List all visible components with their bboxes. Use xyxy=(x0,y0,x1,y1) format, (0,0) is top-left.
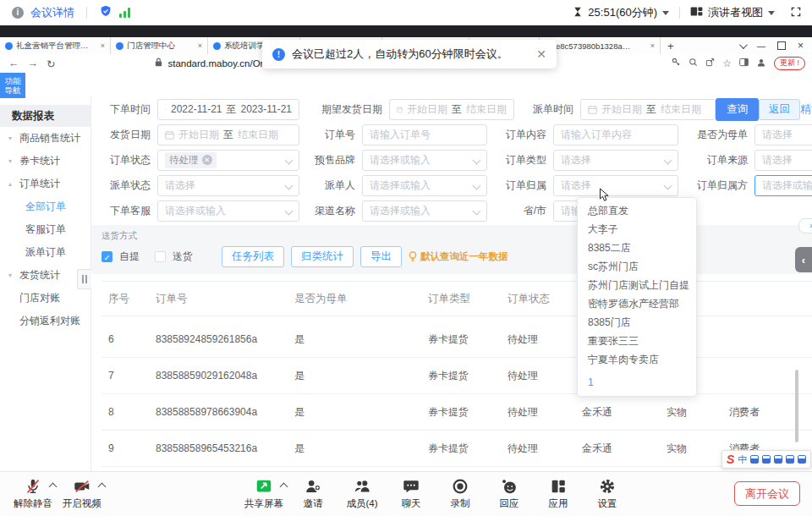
order-cs-select[interactable]: 请选择或输入 xyxy=(157,200,299,222)
sidebar-item-order-stats[interactable]: ▴订单统计 xyxy=(0,173,91,195)
remove-tag-icon[interactable]: ✕ xyxy=(202,155,212,165)
pickup-checkbox[interactable] xyxy=(102,251,112,262)
dispatcher-select[interactable]: 请选择或输入 xyxy=(362,175,487,196)
fullscreen-icon[interactable] xyxy=(790,6,802,20)
dispatch-time-range-picker[interactable]: 开始日期 至 结束日期 xyxy=(580,99,716,120)
lock-icon[interactable] xyxy=(155,58,162,69)
search-button[interactable]: 查询 xyxy=(716,98,759,121)
record-button[interactable]: 录制 xyxy=(436,475,485,513)
table-row[interactable]: 6 83858924859261856a 是 券卡提货 待处理 金禾通自提 手机… xyxy=(102,321,812,358)
ime-pen-icon[interactable] xyxy=(750,455,759,464)
reload-icon[interactable]: ↻ xyxy=(47,58,55,70)
dropdown-option[interactable]: 8385二店 xyxy=(578,239,696,257)
col-order-no[interactable]: 订单号 xyxy=(149,282,288,316)
order-status-select[interactable]: 待处理✕ xyxy=(157,150,299,171)
apps-button[interactable]: 应用 xyxy=(534,475,583,513)
meeting-details-link[interactable]: 会议详情 xyxy=(30,5,74,20)
simple-filter-link[interactable]: 精简筛选 xyxy=(800,102,812,117)
chevron-down-icon[interactable] xyxy=(662,11,669,15)
ship-date-range-picker[interactable]: 开始日期 至 结束日期 xyxy=(157,124,299,145)
tab-close-icon[interactable]: × xyxy=(101,41,105,50)
bookmark-star-icon[interactable]: ☆ xyxy=(722,58,732,69)
expand-filter-button[interactable]: » xyxy=(798,218,812,233)
expect-ship-date-picker[interactable]: 开始日期 至 结束日期 xyxy=(389,99,514,120)
sidebar-item-rebate-reconcile[interactable]: 分销返利对账 xyxy=(0,310,91,332)
order-type-select[interactable]: 请选择 xyxy=(553,150,678,171)
sidebar-item-cs-orders[interactable]: 客服订单 xyxy=(0,218,91,241)
col-no[interactable]: 序号 xyxy=(102,282,149,316)
order-belong-select[interactable]: 请选择 xyxy=(553,175,678,196)
export-button[interactable]: 导出 xyxy=(360,246,402,267)
back-button[interactable]: 返回 xyxy=(759,99,800,120)
forward-icon[interactable]: → xyxy=(28,58,39,69)
browser-tab[interactable]: 门店管理中心 × xyxy=(111,37,208,54)
order-content-input[interactable]: 请输入订单内容 xyxy=(553,124,678,145)
maximize-button[interactable] xyxy=(777,41,786,50)
ime-mic-icon[interactable] xyxy=(762,455,771,464)
shield-check-icon[interactable] xyxy=(99,4,112,21)
table-row[interactable]: 9 83858858965453216a 是 券卡提货 待处理 金禾通 实物 消… xyxy=(102,431,812,467)
leave-meeting-button[interactable]: 离开会议 xyxy=(734,481,800,506)
dropdown-option[interactable]: 大李子 xyxy=(578,220,696,239)
sidebar-item-store-reconcile[interactable]: 门店对账 xyxy=(0,287,91,310)
sidebar-item-card-stats[interactable]: ▾券卡统计 xyxy=(0,150,91,173)
channel-select[interactable]: 请选择或输入 xyxy=(362,200,487,222)
new-tab-button[interactable]: + xyxy=(661,40,681,52)
start-video-button[interactable]: 开启视频 xyxy=(58,475,107,513)
dropdown-option[interactable]: sc苏州门店 xyxy=(578,257,696,276)
profile-icon[interactable] xyxy=(756,58,766,70)
ime-toolbar[interactable]: S 中 xyxy=(721,450,811,469)
close-window-button[interactable]: × xyxy=(798,40,804,52)
classify-stats-button[interactable]: 归类统计 xyxy=(291,246,354,267)
order-belong-party-select[interactable]: 请选择或输入 xyxy=(754,175,812,196)
browser-tab[interactable]: e8c573980b1328a258fd2e6 × xyxy=(540,37,661,54)
col-is-parent[interactable]: 是否为母单 xyxy=(288,282,421,316)
back-icon[interactable]: ← xyxy=(8,58,19,69)
chevron-up-icon[interactable] xyxy=(49,483,58,491)
col-order-type[interactable]: 订单类型 xyxy=(421,282,501,316)
dropdown-pagination[interactable]: 1 xyxy=(578,372,696,392)
ime-lang-icon[interactable]: 中 xyxy=(738,453,747,466)
task-list-button[interactable]: 任务列表 xyxy=(222,246,284,267)
network-signal-icon[interactable] xyxy=(119,8,130,18)
key-icon[interactable] xyxy=(672,58,681,69)
dropdown-option[interactable]: 苏州门店测试上门自提 xyxy=(578,276,696,294)
dropdown-option[interactable]: 宁夏羊肉专卖店 xyxy=(578,350,696,369)
members-button[interactable]: 成员(4) xyxy=(337,475,387,513)
sidebar-item-dispatch-orders[interactable]: 派单订单 xyxy=(0,241,91,264)
sidebar-item-product-sales[interactable]: ▾商品销售统计 xyxy=(0,127,91,150)
order-time-range-picker[interactable]: 2022-11-21 至 2023-11-21 xyxy=(157,99,299,120)
zoom-icon[interactable] xyxy=(689,58,698,69)
col-order-status[interactable]: 订单状态 xyxy=(501,282,575,316)
tab-close-icon[interactable]: × xyxy=(198,41,202,50)
dropdown-option[interactable]: 重要张三三 xyxy=(578,332,696,350)
invite-button[interactable]: 邀请 xyxy=(288,475,337,513)
is-parent-select[interactable]: 请选择 xyxy=(754,124,812,145)
share-screen-button[interactable]: 共享屏幕 xyxy=(239,475,288,513)
reactions-button[interactable]: 回应 xyxy=(485,475,534,513)
chevron-down-icon[interactable] xyxy=(768,11,775,15)
ime-toolbox-icon[interactable] xyxy=(798,455,806,464)
share-icon[interactable] xyxy=(705,58,715,69)
minimize-button[interactable]: — xyxy=(757,41,765,51)
table-row[interactable]: 8 83858858978663904a 是 券卡提货 待处理 金禾通 实物 消… xyxy=(102,394,812,431)
col-customer[interactable] xyxy=(722,282,810,316)
meeting-panel-expand-handle[interactable]: ‹ xyxy=(795,247,812,272)
settings-button[interactable]: 设置 xyxy=(583,475,632,513)
unmute-button[interactable]: 解除静音 xyxy=(8,475,58,513)
chevron-up-icon[interactable] xyxy=(280,483,288,491)
ime-logo-icon[interactable]: S xyxy=(727,453,734,466)
chrome-update-button[interactable]: 更新 ! xyxy=(774,57,805,70)
tab-search-icon[interactable] xyxy=(739,41,748,49)
order-no-input[interactable]: 请输入订单号 xyxy=(362,124,487,145)
dispatch-status-select[interactable]: 请选择 xyxy=(157,175,299,196)
chevron-up-icon[interactable] xyxy=(98,483,107,491)
chat-button[interactable]: 聊天 xyxy=(387,475,436,513)
scrollbar[interactable] xyxy=(795,370,798,442)
ime-board-icon[interactable] xyxy=(774,455,782,464)
tab-close-icon[interactable]: × xyxy=(650,41,655,50)
dropdown-option[interactable]: 总部直发 xyxy=(578,201,696,220)
order-source-select[interactable]: 请选择 xyxy=(754,150,812,171)
delivery-checkbox[interactable] xyxy=(155,251,166,262)
ime-skin-icon[interactable] xyxy=(786,455,794,464)
